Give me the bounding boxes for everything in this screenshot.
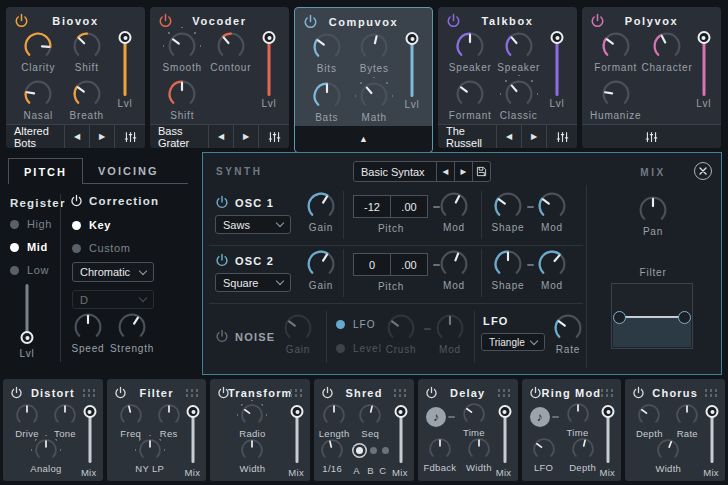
seq-c-radio[interactable] (382, 447, 389, 454)
time-knob[interactable]: Time (456, 402, 492, 438)
osc2-shape-mod-knob[interactable]: Mod (533, 249, 571, 291)
correction-custom-radio[interactable]: Custom (72, 242, 131, 254)
seq-knob[interactable]: Seq (352, 403, 388, 439)
math-knob[interactable]: Math (351, 81, 399, 127)
fdback-knob[interactable]: Fdback (419, 437, 461, 473)
osc1-mod-knob[interactable]: Mod (435, 191, 473, 233)
mix-slider[interactable] (704, 405, 720, 465)
preset-name[interactable]: Bass Grater (150, 125, 208, 148)
clarity-knob[interactable]: Clarity (14, 31, 63, 76)
osc2-gain-knob[interactable]: Gain (301, 249, 341, 291)
level-slider[interactable] (696, 31, 712, 98)
osc2-pitch-value[interactable]: 0.00 (353, 253, 428, 276)
lfo-knob[interactable]: LFO (523, 437, 565, 473)
noise-mod-knob[interactable]: Mod (431, 313, 469, 355)
mix-slider[interactable] (497, 405, 513, 465)
prev-arrow-icon[interactable]: ◀ (496, 125, 521, 148)
radio-knob[interactable]: Radio (230, 403, 274, 439)
next-arrow-icon[interactable]: ▶ (233, 125, 258, 148)
mixer-icon[interactable] (546, 125, 577, 148)
prev-arrow-icon[interactable]: ◀ (64, 125, 89, 148)
drive-knob[interactable]: Drive (8, 403, 46, 439)
classic-knob[interactable]: Classic (495, 79, 544, 124)
formant-knob[interactable]: Formant (446, 79, 495, 124)
osc1-wave-select[interactable]: Saws (215, 215, 291, 234)
bits-knob[interactable]: Bits (303, 32, 351, 78)
close-icon[interactable] (694, 162, 712, 180)
tone-knob[interactable]: Tone (46, 403, 84, 439)
filter-node[interactable] (678, 311, 691, 324)
next-arrow-icon[interactable]: ▶ (89, 125, 114, 148)
drag-handle-icon[interactable] (82, 388, 97, 398)
correction-key-radio[interactable]: Key (72, 219, 111, 231)
breath-knob[interactable]: Breath (63, 79, 112, 124)
mix-slider[interactable] (82, 405, 98, 465)
formant-knob[interactable]: Formant (590, 31, 641, 76)
osc2-wave-select[interactable]: Square (215, 273, 291, 292)
drag-handle-icon[interactable] (497, 388, 512, 398)
mixer-icon[interactable] (114, 125, 145, 148)
nasal-knob[interactable]: Nasal (14, 79, 63, 124)
strength-knob[interactable]: Strength (108, 312, 156, 354)
shift-knob[interactable]: Shift (158, 79, 207, 124)
next-arrow-icon[interactable]: ▶ (521, 125, 546, 148)
tab-voicing[interactable]: VOICING (83, 158, 173, 183)
preset-name[interactable]: The Russell (438, 125, 496, 148)
mix-slider[interactable] (289, 405, 305, 465)
level-slider[interactable] (261, 31, 277, 98)
time-knob[interactable]: Time (560, 402, 596, 438)
speed-knob[interactable]: Speed (68, 312, 108, 354)
mix-slider[interactable] (393, 405, 409, 465)
key-select[interactable]: D (72, 290, 154, 309)
filter-type-knob[interactable]: NY LP (128, 438, 172, 474)
level-slider[interactable] (404, 32, 420, 99)
speaker2-knob[interactable]: Speaker (495, 31, 544, 76)
module-compuvox-selected[interactable]: Compuvox Bits Bytes Bats Math Lvl ▲ (294, 7, 433, 153)
humanize-knob[interactable]: Humanize (590, 79, 641, 124)
speaker-knob[interactable]: Speaker (446, 31, 495, 76)
filter-display[interactable] (611, 283, 693, 349)
drag-handle-icon[interactable] (704, 388, 719, 398)
drag-handle-icon[interactable] (185, 388, 200, 398)
scale-select[interactable]: Chromatic (72, 262, 154, 282)
register-mid-radio[interactable]: Mid (10, 241, 48, 253)
osc1-shape-mod-knob[interactable]: Mod (533, 191, 571, 233)
noise-crush-knob[interactable]: Crush (381, 313, 421, 355)
freq-knob[interactable]: Freq (112, 403, 150, 439)
smooth-knob[interactable]: Smooth (158, 31, 207, 76)
tempo-sync-button[interactable]: ♪ (530, 407, 550, 427)
drag-handle-icon[interactable] (600, 388, 615, 398)
analog-knob[interactable]: Analog (24, 438, 68, 474)
correction-power-icon[interactable] (70, 194, 83, 207)
noise-power-icon[interactable] (215, 329, 229, 343)
noise-level-radio[interactable]: Level (336, 343, 382, 354)
noise-gain-knob[interactable]: Gain (278, 313, 318, 355)
bats-knob[interactable]: Bats (303, 81, 351, 127)
shift-knob[interactable]: Shift (63, 31, 112, 76)
osc2-mod-knob[interactable]: Mod (435, 249, 473, 291)
save-icon[interactable] (472, 162, 490, 181)
osc2-shape-knob[interactable]: Shape (488, 249, 528, 291)
length-knob[interactable]: Length (316, 403, 352, 439)
next-arrow-icon[interactable]: ▶ (454, 162, 472, 181)
contour-knob[interactable]: Contour (207, 31, 256, 76)
mix-slider[interactable] (185, 405, 201, 465)
lfo-rate-knob[interactable]: Rate (549, 313, 587, 355)
rate-knob[interactable]: Rate (668, 403, 706, 439)
mixer-icon[interactable] (258, 125, 289, 148)
seq-a-radio[interactable] (356, 447, 363, 454)
res-knob[interactable]: Res (150, 403, 188, 439)
register-low-radio[interactable]: Low (10, 264, 49, 276)
tempo-sync-button[interactable]: ♪ (426, 407, 446, 427)
osc1-shape-knob[interactable]: Shape (488, 191, 528, 233)
rate-knob[interactable]: 1/16 (315, 438, 349, 474)
width-knob[interactable]: Width (646, 438, 690, 474)
mixer-icon[interactable] (632, 125, 672, 148)
pitch-level-slider[interactable] (19, 278, 35, 344)
drag-handle-icon[interactable] (393, 388, 408, 398)
osc1-power-icon[interactable] (215, 195, 229, 209)
mix-slider[interactable] (600, 405, 616, 465)
prev-arrow-icon[interactable]: ◀ (208, 125, 233, 148)
lfo-wave-select[interactable]: Triangle (481, 333, 545, 351)
seq-b-radio[interactable] (370, 447, 377, 454)
